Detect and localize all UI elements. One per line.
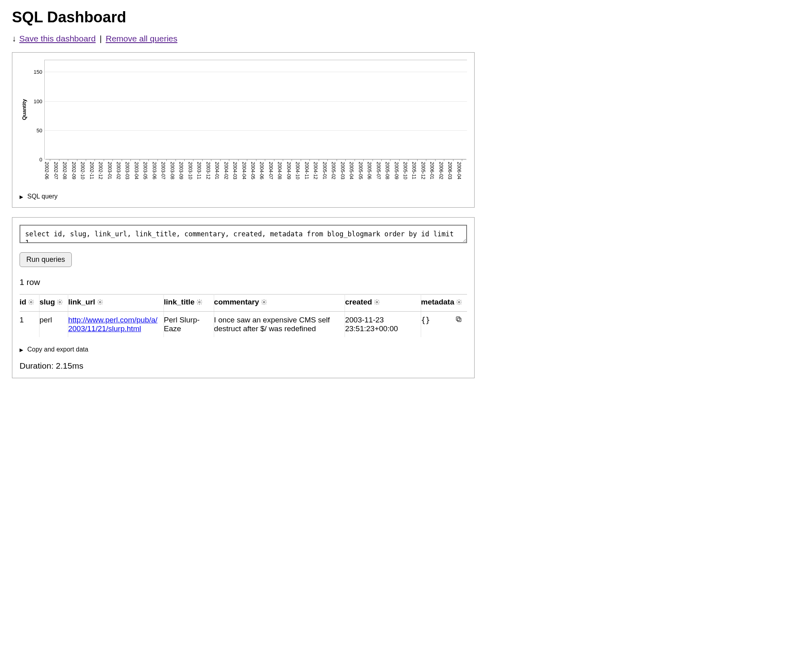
column-header-link_url: link_url xyxy=(68,295,164,312)
chart-xtick-label: 2004-11 xyxy=(304,162,309,179)
chart-bar-slot xyxy=(278,159,287,159)
chart-xtick-label: 2005-09 xyxy=(394,162,399,179)
chart-xtick-label: 2003-07 xyxy=(160,162,166,179)
chart-xtick-label: 2003-02 xyxy=(116,162,121,179)
chart-bar-slot xyxy=(72,159,81,159)
gear-icon[interactable] xyxy=(28,299,34,307)
sql-input[interactable] xyxy=(20,225,467,243)
chart-xtick-label: 2004-06 xyxy=(259,162,264,179)
sql-query-disclosure[interactable]: ▶ SQL query xyxy=(20,193,467,200)
gear-icon[interactable] xyxy=(374,299,380,307)
chart-xtick-label: 2003-09 xyxy=(178,162,184,179)
gear-icon[interactable] xyxy=(196,299,203,307)
chart-ytick-label: 50 xyxy=(29,127,42,133)
svg-point-6 xyxy=(458,301,460,303)
svg-point-3 xyxy=(199,301,200,303)
column-label: link_title xyxy=(164,298,195,306)
chart-xtick-label: 2005-08 xyxy=(384,162,390,179)
link-url-anchor[interactable]: http://www.perl.com/pub/a/2003/11/21/slu… xyxy=(68,316,158,333)
row-count: 1 row xyxy=(20,277,467,287)
chart-bar-slot xyxy=(440,159,448,159)
svg-point-5 xyxy=(376,301,378,303)
chart-xtick-label: 2004-08 xyxy=(277,162,282,179)
chart-bar-slot xyxy=(413,159,422,159)
chart-ytick-label: 0 xyxy=(29,157,42,163)
chart-bar-slot xyxy=(189,159,197,159)
cell-id: 1 xyxy=(20,312,39,338)
chart-bar-slot xyxy=(242,159,251,159)
chart-bar-slot xyxy=(117,159,126,159)
table-row: 1 perl http://www.perl.com/pub/a/2003/11… xyxy=(20,312,467,338)
gear-icon[interactable] xyxy=(57,299,63,307)
duration-label: Duration: 2.15ms xyxy=(20,361,467,371)
chart-bar-slot xyxy=(377,159,386,159)
chart-bar-slot xyxy=(404,159,412,159)
chart-xtick-label: 2004-03 xyxy=(232,162,238,179)
gear-icon[interactable] xyxy=(97,299,103,307)
gear-icon[interactable] xyxy=(261,299,267,307)
chart-bar-slot xyxy=(144,159,153,159)
cell-created: 2003-11-23 23:51:23+00:00 xyxy=(345,312,421,338)
chart-bar-slot xyxy=(108,159,117,159)
remove-queries-link[interactable]: Remove all queries xyxy=(106,34,177,43)
chart-bar-slot xyxy=(314,159,323,159)
chart-xtick-label: 2002-06 xyxy=(44,162,49,179)
chart-bar-slot xyxy=(251,159,260,159)
chart-xtick-label: 2004-05 xyxy=(250,162,256,179)
chart-ytick-label: 100 xyxy=(29,98,42,104)
column-header-link_title: link_title xyxy=(164,295,214,312)
chart-xtick-label: 2003-10 xyxy=(187,162,193,179)
action-row: ↓ Save this dashboard | Remove all queri… xyxy=(12,34,475,43)
chart-xtick-label: 2005-02 xyxy=(331,162,336,179)
sql-query-label: SQL query xyxy=(27,193,57,200)
column-label: link_url xyxy=(68,298,95,306)
chart-bar-slot xyxy=(457,159,466,159)
save-dashboard-link[interactable]: Save this dashboard xyxy=(19,34,95,43)
chart-bar-slot xyxy=(386,159,394,159)
svg-rect-8 xyxy=(456,317,460,320)
chart-xtick-label: 2005-11 xyxy=(411,162,417,179)
chart-bar-slot xyxy=(54,159,63,159)
chart-bar-slot xyxy=(225,159,233,159)
column-label: commentary xyxy=(214,298,259,306)
chart-xtick-label: 2004-01 xyxy=(214,162,220,179)
disclosure-triangle-icon: ▶ xyxy=(20,194,23,200)
cell-commentary: I once saw an expensive CMS self destruc… xyxy=(214,312,345,338)
chart-xtick-label: 2002-07 xyxy=(53,162,59,179)
chart-xtick-label: 2006-04 xyxy=(456,162,462,179)
svg-point-1 xyxy=(59,301,61,303)
chart-xtick-label: 2002-11 xyxy=(89,162,95,179)
chart-bar-slot xyxy=(323,159,332,159)
chart-xtick-label: 2004-10 xyxy=(295,162,300,179)
svg-point-2 xyxy=(99,301,101,303)
copy-icon[interactable] xyxy=(455,316,462,325)
svg-rect-7 xyxy=(457,318,461,322)
column-header-metadata: metadata xyxy=(421,295,467,312)
chart-bar-slot xyxy=(269,159,278,159)
chart-bar-slot xyxy=(350,159,359,159)
chart-bar-slot xyxy=(153,159,162,159)
chart-bar-slot xyxy=(341,159,350,159)
run-queries-button[interactable]: Run queries xyxy=(20,252,72,267)
column-label: metadata xyxy=(421,298,454,306)
chart-xtick-label: 2005-03 xyxy=(340,162,345,179)
chart-bar-slot xyxy=(45,159,54,159)
chart-bar-slot xyxy=(90,159,99,159)
results-table: idsluglink_urllink_titlecommentarycreate… xyxy=(20,294,467,337)
chart-xtick-label: 2006-03 xyxy=(447,162,453,179)
chart-bar-slot xyxy=(216,159,225,159)
chart-bar-slot xyxy=(135,159,144,159)
chart-xtick-label: 2005-07 xyxy=(376,162,381,179)
chart-xtick-label: 2003-04 xyxy=(134,162,139,179)
column-label: id xyxy=(20,298,26,306)
page-title: SQL Dashboard xyxy=(12,9,475,26)
chart-xtick-label: 2005-05 xyxy=(358,162,363,179)
export-disclosure[interactable]: ▶ Copy and export data xyxy=(20,346,467,353)
query-panel: Run queries 1 row idsluglink_urllink_tit… xyxy=(12,217,475,378)
chart-xtick-label: 2006-01 xyxy=(429,162,435,179)
chart-bar-slot xyxy=(305,159,314,159)
gear-icon[interactable] xyxy=(456,299,462,307)
svg-point-4 xyxy=(263,301,265,303)
chart-bar-slot xyxy=(162,159,171,159)
metadata-value: {} xyxy=(421,316,430,324)
